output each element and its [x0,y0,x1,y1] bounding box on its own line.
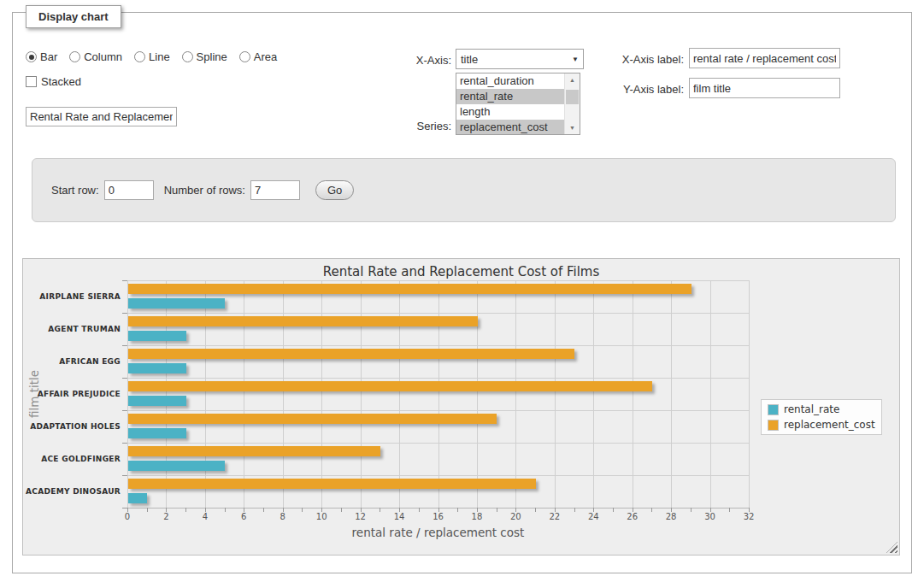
bar-rental_rate [128,493,147,503]
bar-replacement_cost [128,349,574,359]
gridline-horizontal [127,443,749,444]
series-option-length[interactable]: length [456,104,564,120]
x-tick-label: 16 [426,512,451,521]
radio-icon[interactable] [69,51,80,62]
stacked-checkbox-row[interactable]: Stacked [26,75,81,88]
legend-swatch-icon [768,420,779,431]
scrollbar-thumb[interactable] [566,90,579,104]
chart-type-label: Bar [40,50,57,63]
x-tick-label: 2 [153,512,179,521]
gridline-vertical [127,280,128,508]
legend-swatch-icon [768,404,779,415]
scroll-up-icon[interactable]: ▲ [565,73,580,86]
chart-type-option-column[interactable]: Column [69,50,122,63]
gridline-vertical [555,280,556,508]
chart-container: Rental Rate and Replacement Cost of Film… [22,258,900,556]
series-options: rental_durationrental_ratelengthreplacem… [456,73,564,134]
series-listbox[interactable]: rental_durationrental_ratelengthreplacem… [456,73,580,135]
bar-replacement_cost [128,414,497,424]
chart-title-input[interactable] [26,107,177,126]
x-tick-label: 4 [192,512,218,521]
gridline-vertical [671,280,672,508]
gridline-vertical [438,280,439,508]
gridline-horizontal [127,410,749,411]
gridline-horizontal [127,280,749,281]
start-row-input[interactable] [104,180,154,200]
bar-rental_rate [128,298,225,309]
page: Display chart BarColumnLineSplineArea St… [0,0,924,582]
x-axis-select-label: X-Axis: [368,54,451,67]
y-axis-tick [122,345,127,346]
num-rows-input[interactable] [250,180,300,200]
y-axis-tick [122,313,127,314]
bar-rental_rate [128,331,186,341]
bar-replacement_cost [128,316,478,326]
go-button[interactable]: Go [315,180,354,200]
y-axis-tick [122,410,127,411]
stacked-checkbox[interactable] [26,76,37,87]
radio-icon[interactable] [182,51,193,62]
x-tick-label: 8 [270,512,296,521]
chart-type-label: Column [84,50,122,63]
gridline-vertical [283,280,284,508]
chart-type-label: Spline [197,50,227,63]
y-axis-tick [122,443,127,444]
series-listbox-label: Series: [368,120,451,132]
radio-icon[interactable] [134,51,145,62]
bar-rental_rate [128,461,225,471]
gridline-vertical [205,280,206,508]
gridline-vertical [477,280,478,508]
chart-type-label: Line [149,50,170,63]
y-axis-label-label: Y-Axis label: [598,83,684,96]
series-option-replacement_cost[interactable]: replacement_cost [456,120,564,134]
x-axis-select[interactable]: title ▼ [456,49,584,69]
gridline-vertical [244,280,244,508]
scroll-down-icon[interactable]: ▼ [565,121,580,134]
radio-icon[interactable] [239,51,250,62]
start-row-label: Start row: [51,184,99,197]
x-tick-label: 6 [231,512,256,521]
num-rows-label: Number of rows: [164,184,245,197]
y-axis-label-input[interactable] [689,78,840,98]
bar-replacement_cost [128,284,692,294]
chart-type-option-bar[interactable]: Bar [26,50,57,63]
x-tick-label: 14 [386,512,412,521]
y-axis-tick [122,475,127,476]
x-axis-title: rental rate / replacement cost [127,526,749,539]
x-axis-label-label: X-Axis label: [598,53,684,66]
gridline-vertical [749,280,750,508]
gridline-vertical [593,280,594,508]
x-tick-label: 0 [115,512,140,521]
row-controls-panel: Start row: Number of rows: Go [32,158,896,222]
chart-legend: rental_ratereplacement_cost [761,399,882,435]
chart-title: Rental Rate and Replacement Cost of Film… [23,264,899,279]
gridline-vertical [399,280,400,508]
fieldset-legend: Display chart [26,5,121,28]
resize-grip-icon[interactable] [886,542,898,553]
series-listbox-scrollbar[interactable]: ▲ ▼ [564,73,580,134]
series-option-rental_duration[interactable]: rental_duration [456,73,564,89]
x-axis-label-input[interactable] [689,48,840,68]
bar-replacement_cost [128,381,652,391]
series-option-rental_rate[interactable]: rental_rate [456,89,564,104]
radio-icon[interactable] [26,51,37,62]
chart-type-option-line[interactable]: Line [134,50,170,63]
legend-entry-label: replacement_cost [784,419,875,431]
chevron-down-icon: ▼ [568,56,583,63]
x-tick-label: 24 [580,512,606,521]
legend-entry-label: rental_rate [784,403,839,415]
x-tick-label: 12 [348,512,374,521]
bar-rental_rate [128,428,186,438]
legend-entry-replacement_cost: replacement_cost [768,419,875,431]
x-tick-label: 22 [542,512,568,521]
gridline-vertical [710,280,711,508]
gridline-horizontal [127,345,749,346]
plot-area [127,280,749,508]
bar-rental_rate [128,396,186,406]
x-axis-select-value: title [456,53,568,66]
x-tick-label: 30 [697,512,723,521]
chart-type-option-spline[interactable]: Spline [182,50,227,63]
chart-type-label: Area [254,50,277,63]
chart-type-option-area[interactable]: Area [239,50,277,63]
x-tick-label: 10 [309,512,334,521]
